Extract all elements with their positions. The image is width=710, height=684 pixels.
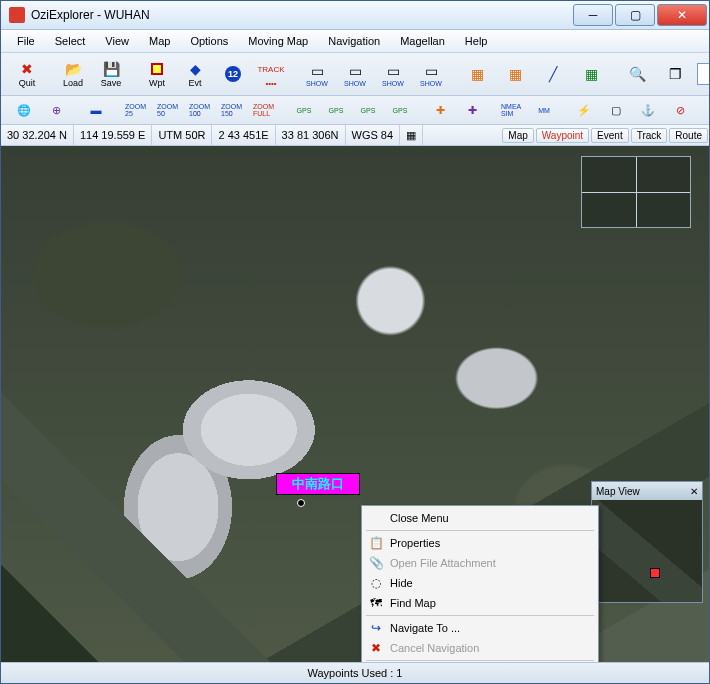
stack-button[interactable]: ▬ xyxy=(81,98,111,122)
secondary-toolbar: 🌐 ⊕ ▬ ZOOM 25 ZOOM 50 ZOOM 100 ZOOM 150 … xyxy=(1,96,709,125)
gps3-button[interactable]: GPS xyxy=(353,98,383,122)
zoom-full[interactable]: ZOOM FULL xyxy=(249,98,279,122)
zoom-button[interactable]: 🔍 xyxy=(619,55,655,93)
context-menu: Close Menu 📋Properties 📎Open File Attach… xyxy=(361,505,599,662)
save-label: Save xyxy=(101,78,122,88)
gps2-button[interactable]: GPS xyxy=(321,98,351,122)
ctx-properties[interactable]: 📋Properties xyxy=(364,533,596,553)
properties-icon: 📋 xyxy=(368,535,384,551)
grid1-button[interactable]: ▦ xyxy=(459,55,495,93)
title-bar: OziExplorer - WUHAN ─ ▢ ✕ xyxy=(1,1,709,30)
show1-button[interactable]: ▭SHOW xyxy=(299,55,335,93)
evt-label: Evt xyxy=(188,78,201,88)
world-button[interactable]: 🌐 xyxy=(9,98,39,122)
findmap-icon: 🗺 xyxy=(368,595,384,611)
status-bar: Waypoints Used : 1 xyxy=(1,662,709,683)
menu-options[interactable]: Options xyxy=(180,32,238,50)
mode-map[interactable]: Map xyxy=(502,128,533,143)
cancel-icon[interactable]: ⊘ xyxy=(665,98,695,122)
north-display: 33 81 306N xyxy=(276,125,346,145)
load-button[interactable]: 📂Load xyxy=(55,55,91,93)
zoom-150[interactable]: ZOOM 150 xyxy=(217,98,247,122)
menu-view[interactable]: View xyxy=(95,32,139,50)
menu-file[interactable]: File xyxy=(7,32,45,50)
compass-button[interactable]: ⊕ xyxy=(41,98,71,122)
ctx-close[interactable]: Close Menu xyxy=(364,508,596,528)
show3-button[interactable]: ▭SHOW xyxy=(375,55,411,93)
gps1-button[interactable]: GPS xyxy=(289,98,319,122)
maximize-button[interactable]: ▢ xyxy=(615,4,655,26)
ctx-findmap[interactable]: 🗺Find Map xyxy=(364,593,596,613)
mapview-waypoint-icon xyxy=(650,568,660,578)
mapview-title: Map View xyxy=(596,486,640,497)
load-label: Load xyxy=(63,78,83,88)
save-button[interactable]: 💾Save xyxy=(93,55,129,93)
cross-purple[interactable]: ✚ xyxy=(457,98,487,122)
evt-button[interactable]: ◆Evt xyxy=(177,55,213,93)
mm-button[interactable]: MM xyxy=(529,98,559,122)
mode-event[interactable]: Event xyxy=(591,128,629,143)
track-button[interactable]: TRACK•••• xyxy=(253,55,289,93)
menu-magellan[interactable]: Magellan xyxy=(390,32,455,50)
menu-navigation[interactable]: Navigation xyxy=(318,32,390,50)
utm-display: UTM 50R xyxy=(152,125,212,145)
mode-waypoint[interactable]: Waypoint xyxy=(536,128,589,143)
gps4-button[interactable]: GPS xyxy=(385,98,415,122)
mapview-body[interactable] xyxy=(592,500,702,602)
wpt-button[interactable]: Wpt xyxy=(139,55,175,93)
ctx-cancelnav: ✖Cancel Navigation xyxy=(364,638,596,658)
overview-grid[interactable] xyxy=(581,156,691,228)
lon-display: 114 19.559 E xyxy=(74,125,152,145)
menu-bar: File Select View Map Options Moving Map … xyxy=(1,30,709,53)
mode-route[interactable]: Route xyxy=(669,128,708,143)
zoom-50[interactable]: ZOOM 50 xyxy=(153,98,183,122)
lat-display: 30 32.204 N xyxy=(1,125,74,145)
navigate-icon: ↪ xyxy=(368,620,384,636)
datum-display: WGS 84 xyxy=(346,125,401,145)
hide-icon: ◌ xyxy=(368,575,384,591)
show2-button[interactable]: ▭SHOW xyxy=(337,55,373,93)
main-toolbar: ✖Quit 📂Load 💾Save Wpt ◆Evt 12 TRACK•••• … xyxy=(1,53,709,96)
menu-map[interactable]: Map xyxy=(139,32,180,50)
wpt-label: Wpt xyxy=(149,78,165,88)
grid3-button[interactable]: ▦ xyxy=(573,55,609,93)
zoom-25[interactable]: ZOOM 25 xyxy=(121,98,151,122)
attachment-icon: 📎 xyxy=(368,555,384,571)
waypoints-used: Waypoints Used : 1 xyxy=(308,667,403,679)
ctx-openfile: 📎Open File Attachment xyxy=(364,553,596,573)
coordinate-bar: 30 32.204 N 114 19.559 E UTM 50R 2 43 45… xyxy=(1,125,709,146)
datum-icon[interactable]: ▦ xyxy=(400,125,423,145)
quit-button[interactable]: ✖Quit xyxy=(9,55,45,93)
line-button[interactable]: ╱ xyxy=(535,55,571,93)
mapview-close-icon[interactable]: ✕ xyxy=(690,486,698,497)
nmea-sim[interactable]: NMEA SIM xyxy=(497,98,527,122)
menu-movingmap[interactable]: Moving Map xyxy=(238,32,318,50)
show4-button[interactable]: ▭SHOW xyxy=(413,55,449,93)
zoom-input[interactable] xyxy=(697,63,709,85)
ctx-hide[interactable]: ◌Hide xyxy=(364,573,596,593)
waypoint-label[interactable]: 中南路口 xyxy=(276,473,360,495)
flag-icon[interactable]: ⚑ xyxy=(697,98,709,122)
mode-track[interactable]: Track xyxy=(631,128,668,143)
zoom-100[interactable]: ZOOM 100 xyxy=(185,98,215,122)
anchor-icon[interactable]: ⚓ xyxy=(633,98,663,122)
cancel-icon: ✖ xyxy=(368,640,384,656)
box-icon[interactable]: ▢ xyxy=(601,98,631,122)
app-icon xyxy=(9,7,25,23)
minimize-button[interactable]: ─ xyxy=(573,4,613,26)
number-button[interactable]: 12 xyxy=(215,55,251,93)
east-display: 2 43 451E xyxy=(212,125,275,145)
ctx-navigate[interactable]: ↪Navigate To ... xyxy=(364,618,596,638)
mapview-panel: Map View ✕ xyxy=(591,481,703,603)
map-viewport[interactable]: 中南路口 Map View ✕ Close Menu 📋Properties 📎… xyxy=(1,146,709,662)
window-title: OziExplorer - WUHAN xyxy=(31,8,573,22)
bolt-icon[interactable]: ⚡ xyxy=(569,98,599,122)
menu-help[interactable]: Help xyxy=(455,32,498,50)
window-button[interactable]: ❐ xyxy=(657,55,693,93)
close-button[interactable]: ✕ xyxy=(657,4,707,26)
waypoint-marker-icon[interactable] xyxy=(297,499,305,507)
quit-label: Quit xyxy=(19,78,36,88)
menu-select[interactable]: Select xyxy=(45,32,96,50)
grid2-button[interactable]: ▦ xyxy=(497,55,533,93)
cross-orange[interactable]: ✚ xyxy=(425,98,455,122)
